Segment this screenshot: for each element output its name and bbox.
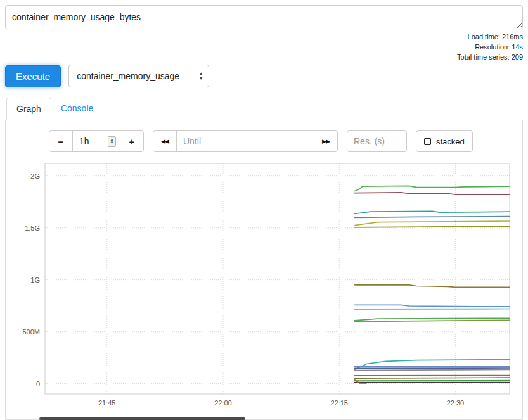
x-axis-tick-label: 21:45	[98, 399, 116, 407]
y-axis-tick-label: 2G	[30, 172, 40, 180]
stepper-down-icon: ▼	[110, 141, 114, 144]
metric-dropdown-value: container_memory_usage	[77, 71, 179, 81]
graph-panel: − 1h ▲ ▼ + ◀◀ ▶▶ stacked	[5, 120, 523, 420]
y-axis-tick-label: 1G	[30, 276, 40, 284]
range-increase-button[interactable]: +	[120, 130, 144, 152]
resolution-input[interactable]	[347, 130, 407, 152]
x-axis-tick-label: 22:30	[447, 399, 465, 407]
graph-toolbar: − 1h ▲ ▼ + ◀◀ ▶▶ stacked	[49, 130, 516, 152]
chart-area: 21:4522:0022:1522:300500M1G1.5G2G	[12, 158, 516, 419]
range-input-group: − 1h ▲ ▼ +	[49, 130, 144, 152]
range-input[interactable]: 1h ▲ ▼	[72, 130, 120, 152]
seek-forward-button[interactable]: ▶▶	[314, 130, 338, 152]
range-decrease-button[interactable]: −	[49, 130, 73, 152]
stacked-toggle[interactable]: stacked	[416, 130, 473, 152]
timeseries-chart[interactable]: 21:4522:0022:1522:300500M1G1.5G2G	[12, 158, 516, 417]
range-value: 1h	[79, 136, 89, 146]
seek-forward-icon: ▶▶	[322, 138, 330, 144]
tab-console[interactable]: Console	[51, 98, 103, 120]
stacked-checkbox[interactable]	[424, 138, 431, 145]
load-time-text: Load time: 216ms	[5, 32, 523, 42]
series-line	[355, 370, 510, 371]
series-line	[355, 378, 510, 378]
stacked-label: stacked	[436, 137, 465, 146]
until-input-group: ◀◀ ▶▶	[153, 130, 338, 152]
horizontal-scrollbar[interactable]	[39, 417, 245, 420]
metric-dropdown[interactable]: container_memory_usage ▲ ▼	[68, 65, 209, 87]
range-stepper-icon[interactable]: ▲ ▼	[108, 136, 116, 147]
y-axis-tick-label: 500M	[22, 328, 40, 336]
tab-bar: Graph Console	[5, 98, 523, 120]
resolution-text: Resolution: 14s	[5, 42, 523, 52]
seek-back-icon: ◀◀	[161, 138, 169, 144]
x-axis-tick-label: 22:15	[330, 399, 348, 407]
execute-row: Execute container_memory_usage ▲ ▼	[5, 65, 523, 87]
plot-background	[45, 163, 510, 394]
prometheus-expression-browser: container_memory_usage_bytes Load time: …	[0, 0, 528, 420]
total-series-text: Total time series: 209	[5, 52, 523, 62]
until-input[interactable]	[176, 130, 314, 152]
y-axis-tick-label: 0	[36, 380, 40, 388]
select-arrows-icon: ▲ ▼	[198, 72, 203, 80]
x-axis-tick-label: 22:00	[214, 399, 232, 407]
select-down-arrow-icon: ▼	[198, 76, 203, 80]
seek-back-button[interactable]: ◀◀	[153, 130, 177, 152]
y-axis-tick-label: 1.5G	[25, 224, 40, 232]
tab-graph[interactable]: Graph	[6, 98, 51, 120]
execute-button[interactable]: Execute	[5, 65, 61, 87]
expression-input[interactable]: container_memory_usage_bytes	[5, 5, 523, 29]
query-stats: Load time: 216ms Resolution: 14s Total t…	[5, 32, 523, 62]
